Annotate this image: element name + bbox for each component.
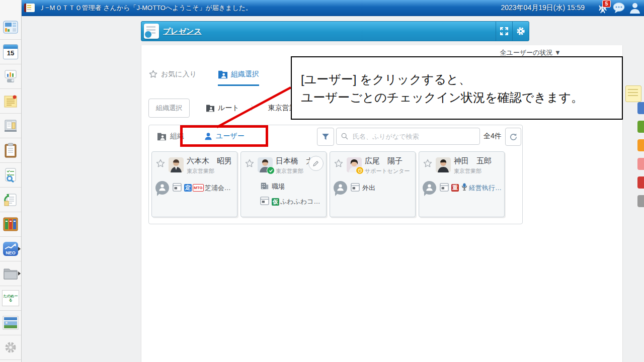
user-card[interactable]: 広尾 陽子 サポートセンター 外出 [330,151,416,217]
checkin-place-label: 職場 [272,182,285,191]
neo-label: NEO [3,250,18,255]
user-card[interactable]: 六本木 昭男 東京営業部 定 MTG 芝浦会計事務所 [151,151,237,217]
screen: Ｊ−ＭＯＴＴＯ管理者 さんから「J-MOTTOへようこそ」が届きました。 202… [0,0,644,362]
user-card[interactable]: 神田 五郎 東京営業部 重 経営執行会議 [419,151,505,217]
favorite-star-icon[interactable] [245,158,255,170]
expand-button[interactable] [496,22,512,41]
breadcrumb-root-label: ルート [218,104,239,113]
app-header: プレゼンス [141,21,529,41]
filter-funnel-icon [321,132,330,141]
avatar [347,157,362,172]
memo-edge-icon[interactable] [625,85,641,102]
schedule-label[interactable]: 経営執行会議 [469,184,504,193]
sidebar-item-folder[interactable] [0,261,21,286]
sidebar-item-tanomeru[interactable]: たのめーる [0,286,21,311]
settings-gear-icon [4,340,18,354]
favorite-star-icon[interactable] [155,158,166,170]
user-name: 六本木 昭男 [187,156,232,166]
toggle-org[interactable]: 組織 [157,132,184,141]
edge-tab[interactable] [637,176,644,189]
sidebar-item-circulation[interactable] [0,188,21,212]
sidebar-item-cabinet[interactable] [0,114,21,138]
neo-chart-icon: NEO [3,242,18,256]
clipboard-icon [4,143,17,158]
list-toolbar: 組織 ユーザー 全4件 [149,125,522,147]
edge-tab[interactable] [637,158,644,170]
presence-app-icon [144,24,159,39]
avatar [436,157,451,172]
notification-message[interactable]: Ｊ−ＭＯＴＴＯ管理者 さんから「J-MOTTOへようこそ」が届きました。 [39,4,252,13]
schedule-calendar-icon [351,183,360,194]
search-box [336,128,480,145]
cabinet-icon [4,119,18,133]
callout-line-1: [ユーザー] をクリックすると、 [301,70,622,88]
breadcrumb-separator-icon: 〉 [251,104,257,113]
user-silhouette-icon[interactable] [628,1,642,15]
edge-tab[interactable] [637,102,644,114]
schedule-label: 外出 [362,184,375,193]
sidebar-item-memo[interactable] [0,89,21,114]
filter-button[interactable] [317,128,334,146]
org-folder-icon [157,132,167,141]
edge-tab[interactable] [637,139,644,151]
settings-button[interactable] [512,22,529,41]
app-title-link[interactable]: プレゼンス [163,27,202,36]
user-name: 広尾 陽子 [365,156,410,166]
presence-bubble-icon[interactable] [423,181,436,195]
presence-bubble-icon[interactable] [155,181,169,195]
favorite-star-icon[interactable] [423,158,433,170]
sidebar-item-presentation[interactable] [0,64,21,89]
org-select-button[interactable]: 組織選択 [148,99,190,118]
favorite-star-icon[interactable] [334,158,344,170]
binders-icon [3,217,18,231]
gear-icon [516,26,526,36]
sidebar-item-schedule[interactable]: 15 [0,40,21,64]
sidebar-item-neo[interactable]: NEO [0,237,21,261]
user-card[interactable]: 日本橋 太郎 東京営業部 職場 仮 [240,151,327,217]
chat-bubble-icon[interactable] [612,1,626,15]
result-count: 全4件 [484,132,502,141]
broadcast-antenna-icon[interactable]: 5 [596,1,610,15]
star-icon [148,69,158,79]
presentation-chart-icon [3,69,18,83]
edge-tab[interactable] [637,195,644,207]
org-folder-icon [218,70,228,79]
schedule-label: ふわふわコミッ… [280,197,326,206]
circulation-icon [4,192,18,207]
presence-bubble-icon[interactable] [334,181,347,195]
sidebar-item-settings[interactable] [0,335,21,360]
refresh-button[interactable] [505,128,521,146]
sidebar-item-document-search[interactable] [0,163,21,188]
toggle-user[interactable]: ユーザー [204,132,245,141]
badge-fixed: 定 [184,184,192,192]
sidebar-item-clipboard[interactable] [0,138,21,163]
user-dept: 東京営業部 [454,167,492,175]
toggle-user-label: ユーザー [216,132,245,141]
user-dept: 東京営業部 [187,167,232,175]
user-list-panel: 組織 ユーザー 全4件 [148,125,523,224]
tab-favorites[interactable]: お気に入り [148,69,197,86]
flyout-arrow-icon [18,272,21,276]
search-input[interactable] [352,132,479,141]
edit-button[interactable] [308,156,324,171]
right-edge-tabs [637,102,644,214]
sidebar-item-portal[interactable] [0,15,21,40]
avatar [258,157,273,172]
edge-tab[interactable] [637,121,644,133]
datetime-label: 2023年04月19日(水) 15:59 [501,4,585,13]
sidebar-item-binders[interactable] [0,212,21,237]
tab-bar: お気に入り 組織選択 [148,69,259,86]
user-dept: サポートセンター [365,167,410,175]
callout-box: [ユーザー] をクリックすると、 ユーザーごとのチェックイン状況を確認できます。 [291,56,623,120]
tab-favorites-label: お気に入り [161,70,197,79]
tab-org-select[interactable]: 組織選択 [218,70,259,86]
portal-icon [3,21,18,34]
avatar [169,157,184,172]
refresh-icon [509,133,518,141]
toggle-org-label: 組織 [170,132,184,141]
away-clock-icon [356,166,364,174]
user-cards: 六本木 昭男 東京営業部 定 MTG 芝浦会計事務所 [151,151,505,217]
workplace-building-icon [260,181,269,192]
sidebar-item-banner[interactable] [0,311,21,335]
breadcrumb-root[interactable]: ルート [206,104,239,113]
